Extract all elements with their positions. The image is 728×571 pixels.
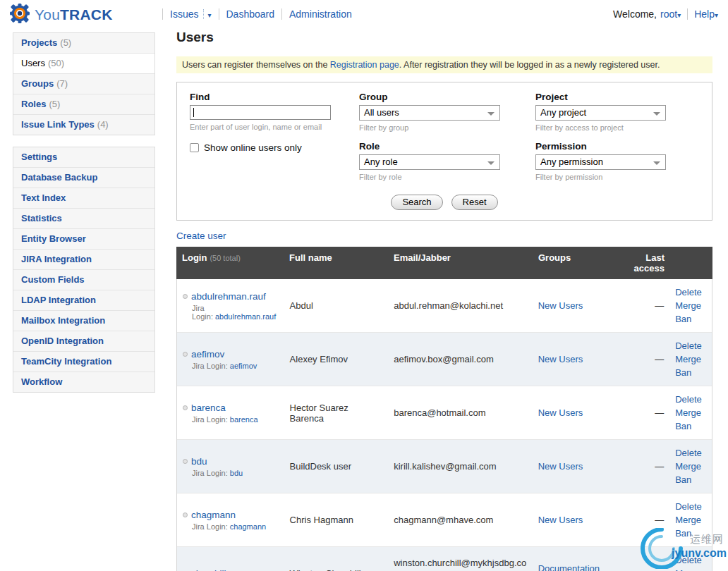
ban-link[interactable]: Ban: [675, 312, 706, 326]
user-login-link[interactable]: abdulrehman.rauf: [191, 291, 266, 302]
login-sub-value-link[interactable]: bdu: [230, 469, 243, 477]
sidebar-item[interactable]: Custom Fields: [13, 270, 154, 290]
permission-select[interactable]: Any permission: [535, 154, 666, 170]
user-menu-arrow-icon[interactable]: ▾: [677, 11, 681, 19]
sidebar-item-link[interactable]: Mailbox Integration: [21, 315, 105, 326]
sidebar-item-link[interactable]: OpenID Integration: [21, 336, 104, 346]
youtrack-logo[interactable]: YouTRACK: [10, 4, 113, 25]
ban-link[interactable]: Ban: [675, 473, 706, 486]
email-value: kirill.kalishev@gmail.com: [394, 461, 526, 472]
sidebar-item-link[interactable]: JIRA Integration: [21, 254, 92, 264]
sidebar-item-link[interactable]: Statistics: [21, 213, 62, 223]
delete-link[interactable]: Delete: [675, 500, 706, 513]
sidebar-item-link[interactable]: LDAP Integration: [21, 295, 96, 305]
project-label: Project: [535, 92, 699, 102]
sidebar-item[interactable]: TeamCity Integration: [13, 352, 154, 372]
sidebar-item[interactable]: Roles(5): [13, 94, 154, 115]
welcome-label: Welcome,: [613, 8, 657, 20]
reset-button[interactable]: Reset: [451, 195, 498, 210]
issues-dropdown-arrow-icon[interactable]: ▾: [207, 11, 211, 19]
sidebar-item-link[interactable]: Users: [21, 58, 45, 68]
chevron-down-icon: [653, 112, 660, 116]
show-online-checkbox[interactable]: [190, 143, 199, 152]
sidebar-item[interactable]: Settings: [13, 147, 154, 168]
sidebar-item-link[interactable]: Settings: [21, 152, 57, 162]
sidebar-item[interactable]: Text Index: [13, 188, 154, 209]
sidebar-item-link[interactable]: Text Index: [21, 192, 66, 203]
login-cell: churchill: [177, 562, 284, 571]
sidebar-item[interactable]: Projects(5): [13, 33, 154, 54]
sidebar-item[interactable]: Groups(7): [13, 74, 154, 94]
sidebar-item-link[interactable]: Groups: [21, 78, 54, 89]
sidebar-item[interactable]: Database Backup: [13, 168, 154, 188]
user-login-link[interactable]: chagmann: [191, 510, 236, 520]
sidebar-item[interactable]: Workflow: [13, 372, 154, 392]
sidebar-item[interactable]: Issue Link Types(4): [13, 115, 154, 135]
sidebar-item[interactable]: JIRA Integration: [13, 250, 154, 270]
merge-link[interactable]: Merge: [675, 460, 706, 473]
sidebar-item-link[interactable]: Workflow: [21, 376, 62, 387]
ban-link[interactable]: Ban: [675, 419, 706, 433]
login-sub-line: Jira Login:aefimov: [183, 362, 279, 370]
role-label: Role: [359, 141, 535, 152]
registration-page-link[interactable]: Registration page: [330, 60, 399, 70]
sidebar-item-link[interactable]: TeamCity Integration: [21, 356, 111, 367]
user-table-row: barenca Jira Login:barenca Hector Suarez…: [177, 386, 712, 440]
user-login-link[interactable]: barenca: [191, 403, 226, 413]
merge-link[interactable]: Merge: [675, 352, 706, 366]
nav-separator: [281, 8, 282, 20]
delete-link[interactable]: Delete: [675, 446, 706, 460]
project-select[interactable]: Any project: [535, 105, 666, 121]
help-menu-arrow-icon[interactable]: ▾: [715, 11, 718, 19]
group-link[interactable]: New Users: [538, 515, 583, 525]
sidebar-item[interactable]: Entity Browser: [13, 229, 154, 250]
user-table-row: chagmann Jira Login:chagmann Chris Hagma…: [177, 493, 712, 547]
login-sub-value-link[interactable]: chagmann: [230, 522, 266, 531]
group-select[interactable]: All users: [359, 105, 500, 121]
group-link[interactable]: New Users: [538, 407, 583, 418]
delete-link[interactable]: Delete: [675, 286, 706, 299]
user-login-link[interactable]: bdu: [191, 456, 207, 467]
last-access-cell: —: [613, 455, 669, 478]
login-sub-value-link[interactable]: barenca: [230, 415, 258, 424]
sidebar-item[interactable]: Users(50): [13, 54, 154, 74]
role-select[interactable]: Any role: [359, 154, 500, 170]
login-cell: barenca Jira Login:barenca: [177, 396, 284, 430]
login-sub-value-link[interactable]: aefimov: [230, 362, 257, 370]
filter-col-group-role: Group All users Filter by group Role Any…: [359, 92, 535, 190]
sidebar-item-link[interactable]: Custom Fields: [21, 274, 85, 285]
nav-issues-link[interactable]: Issues: [170, 8, 198, 20]
sidebar-item-link[interactable]: Roles: [21, 99, 46, 109]
sidebar-item[interactable]: OpenID Integration: [13, 331, 154, 352]
group-link[interactable]: New Users: [538, 300, 583, 311]
chevron-down-icon: [487, 161, 495, 165]
help-menu-link[interactable]: Help: [694, 8, 715, 20]
sidebar-item-link[interactable]: Projects: [21, 37, 57, 48]
sidebar-item[interactable]: LDAP Integration: [13, 290, 154, 311]
user-login-link[interactable]: churchill: [191, 568, 226, 571]
sidebar-item[interactable]: Statistics: [13, 209, 154, 229]
delete-link[interactable]: Delete: [675, 393, 706, 406]
sidebar-item-link[interactable]: Entity Browser: [21, 233, 86, 244]
search-button[interactable]: Search: [391, 195, 442, 210]
ban-link[interactable]: Ban: [675, 366, 706, 379]
nav-administration-link[interactable]: Administration: [289, 8, 352, 20]
group-link[interactable]: Documentation Assignees: [538, 563, 608, 571]
nav-dashboard-link[interactable]: Dashboard: [226, 8, 275, 20]
user-menu-link[interactable]: root: [660, 8, 677, 20]
user-login-link[interactable]: aefimov: [191, 349, 224, 360]
sidebar-item-link[interactable]: Database Backup: [21, 172, 97, 183]
create-user-link[interactable]: Create user: [176, 231, 226, 241]
group-link[interactable]: New Users: [538, 354, 583, 364]
merge-link[interactable]: Merge: [675, 513, 706, 527]
group-link[interactable]: New Users: [538, 461, 583, 472]
login-sub-value-link[interactable]: abdulrehman.rauf: [215, 312, 276, 321]
groups-cell: New Users: [533, 455, 614, 478]
merge-link[interactable]: Merge: [675, 299, 706, 312]
sidebar-item-link[interactable]: Issue Link Types: [21, 119, 95, 130]
merge-link[interactable]: Merge: [675, 406, 706, 419]
delete-link[interactable]: Delete: [675, 339, 706, 352]
find-input[interactable]: [190, 105, 331, 120]
email-value: aefimov.box@gmail.com: [394, 354, 526, 364]
sidebar-item[interactable]: Mailbox Integration: [13, 311, 154, 331]
